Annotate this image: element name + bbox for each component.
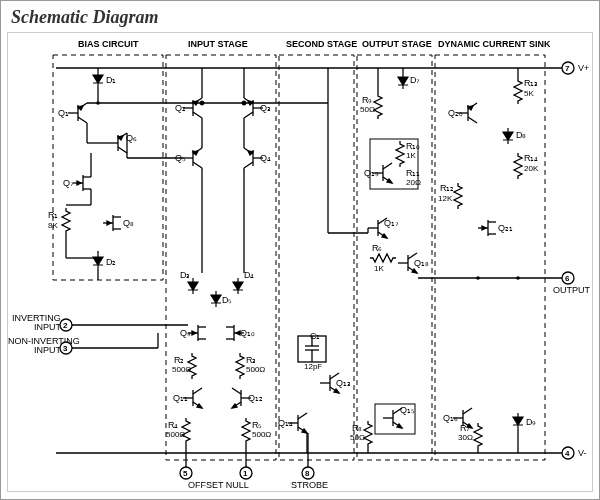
svg-text:R₁: R₁ — [48, 210, 59, 220]
svg-text:D₅: D₅ — [222, 295, 233, 305]
svg-text:Q₁: Q₁ — [58, 108, 69, 118]
heading-bias: BIAS CIRCUIT — [78, 39, 139, 49]
svg-text:8K: 8K — [48, 221, 58, 230]
heading-sink: DYNAMIC CURRENT SINK — [438, 39, 551, 49]
label-output: OUTPUT — [553, 285, 591, 295]
svg-text:Q₉: Q₉ — [180, 328, 191, 338]
svg-text:D₃: D₃ — [180, 270, 191, 280]
svg-text:Q₂₀: Q₂₀ — [448, 108, 463, 118]
pin-5: 5 — [183, 469, 188, 478]
svg-text:D₄: D₄ — [244, 270, 255, 280]
svg-text:Q₁₅: Q₁₅ — [400, 405, 415, 415]
svg-rect-14 — [53, 55, 163, 280]
svg-text:Q₁₄: Q₁₄ — [278, 418, 293, 428]
svg-text:D₁: D₁ — [106, 75, 117, 85]
svg-text:500Ω: 500Ω — [172, 365, 191, 374]
svg-rect-16 — [279, 55, 354, 460]
svg-text:50Ω: 50Ω — [360, 105, 375, 114]
heading-output: OUTPUT STAGE — [362, 39, 432, 49]
second-stage: C₁12pF Q₁₃ Q₁₄ — [278, 68, 351, 453]
label-strobe: STROBE — [291, 480, 328, 490]
svg-text:Q₁₆: Q₁₆ — [443, 413, 458, 423]
svg-text:R₉: R₉ — [362, 95, 373, 105]
svg-text:20K: 20K — [524, 164, 539, 173]
diagram-title: Schematic Diagram — [1, 1, 599, 30]
svg-text:D₂: D₂ — [106, 257, 117, 267]
svg-text:R₆: R₆ — [372, 243, 383, 253]
svg-text:R₂: R₂ — [174, 355, 185, 365]
svg-text:Q₈: Q₈ — [123, 218, 134, 228]
svg-text:12pF: 12pF — [304, 362, 322, 371]
section-boxes — [53, 55, 545, 460]
svg-text:Q₆: Q₆ — [126, 133, 137, 143]
rails — [56, 68, 568, 453]
pin-8: 8 — [305, 469, 310, 478]
svg-text:D₇: D₇ — [410, 75, 421, 85]
svg-text:R₁₃: R₁₃ — [524, 78, 539, 88]
svg-text:R₁₁: R₁₁ — [406, 168, 421, 178]
svg-text:D₉: D₉ — [526, 417, 537, 427]
svg-text:50Ω: 50Ω — [350, 433, 365, 442]
heading-input: INPUT STAGE — [188, 39, 248, 49]
svg-text:INPUT: INPUT — [34, 345, 62, 355]
svg-text:500Ω: 500Ω — [166, 430, 185, 439]
svg-text:R₃: R₃ — [246, 355, 257, 365]
pin-1: 1 — [243, 469, 248, 478]
svg-text:Q₂: Q₂ — [175, 103, 186, 113]
svg-text:Q₁₈: Q₁₈ — [414, 258, 429, 268]
input-stage: Q₂ Q₃ Q₅ Q₄ D₃ D₄ D₅ Q₉ Q₁₀ R₂500Ω R₃50 — [127, 68, 271, 453]
svg-text:Q₂₁: Q₂₁ — [498, 223, 513, 233]
pin-6: 6 — [565, 274, 570, 283]
svg-text:Q₁₂: Q₁₂ — [248, 393, 263, 403]
svg-text:R₁₄: R₁₄ — [524, 153, 539, 163]
svg-text:Q₇: Q₇ — [63, 178, 74, 188]
svg-text:D₈: D₈ — [516, 130, 527, 140]
svg-text:Q₁₉: Q₁₉ — [364, 168, 379, 178]
label-offset: OFFSET NULL — [188, 480, 249, 490]
svg-text:Q₃: Q₃ — [260, 103, 271, 113]
svg-text:Q₁₃: Q₁₃ — [336, 378, 351, 388]
svg-text:1K: 1K — [406, 151, 416, 160]
svg-text:500Ω: 500Ω — [246, 365, 265, 374]
output-stage: D₇ R₉50Ω R₁₀1K Q₁₉ R₁₁20Ω Q₁₇ R₆1K Q₁₈ — [350, 68, 429, 453]
schematic-svg: BIAS CIRCUIT INPUT STAGE SECOND STAGE OU… — [8, 33, 592, 491]
label-vminus: V- — [578, 448, 587, 458]
schematic-container: BIAS CIRCUIT INPUT STAGE SECOND STAGE OU… — [7, 32, 593, 492]
svg-text:Q₄: Q₄ — [260, 153, 271, 163]
svg-text:R₈: R₈ — [352, 423, 363, 433]
svg-text:R₅: R₅ — [252, 420, 263, 430]
svg-text:R₁₀: R₁₀ — [406, 141, 421, 151]
svg-text:Q₁₇: Q₁₇ — [384, 218, 399, 228]
svg-text:Q₁₀: Q₁₀ — [240, 328, 255, 338]
pin-7: 7 — [565, 64, 570, 73]
svg-text:20Ω: 20Ω — [406, 178, 421, 187]
pin-3: 3 — [63, 344, 68, 353]
svg-text:R₁₂: R₁₂ — [440, 183, 455, 193]
bias-circuit: D₁ Q₁ Q₆ Q₇ R₁8K Q₈ D₂ — [48, 68, 158, 280]
pin-4: 4 — [565, 449, 570, 458]
svg-text:R₇: R₇ — [460, 423, 471, 433]
svg-text:12K: 12K — [438, 194, 453, 203]
label-vplus: V+ — [578, 63, 589, 73]
svg-text:INPUT: INPUT — [34, 322, 62, 332]
svg-text:Q₁₁: Q₁₁ — [173, 393, 188, 403]
svg-text:R₄: R₄ — [168, 420, 179, 430]
svg-text:500Ω: 500Ω — [252, 430, 271, 439]
current-sink: R₁₃5K Q₂₀ D₈ R₁₄20K R₁₂12K Q₂₁ Q₁₆ D₉ R₇… — [438, 68, 539, 453]
heading-second: SECOND STAGE — [286, 39, 357, 49]
pin-2: 2 — [63, 321, 68, 330]
svg-text:5K: 5K — [524, 89, 534, 98]
svg-text:1K: 1K — [374, 264, 384, 273]
svg-text:C₁: C₁ — [310, 331, 321, 341]
svg-text:30Ω: 30Ω — [458, 433, 473, 442]
